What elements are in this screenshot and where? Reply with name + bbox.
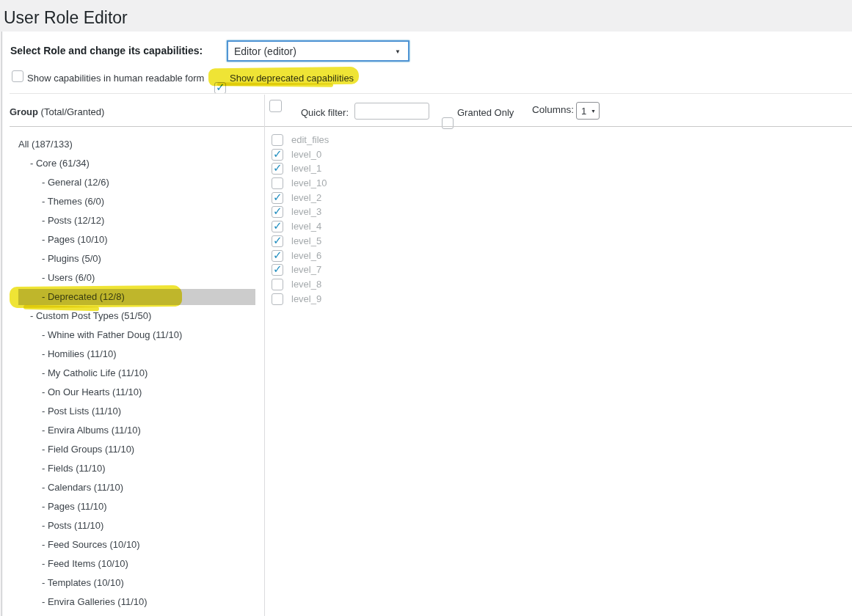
group-tree-item[interactable]: - Users (6/0) xyxy=(18,270,255,286)
capability-label: level_7 xyxy=(291,264,321,276)
capability-label: level_2 xyxy=(291,192,321,204)
granted-only-checkbox[interactable] xyxy=(442,117,454,129)
group-tree-item[interactable]: - Deprecated (12/8) xyxy=(18,289,255,305)
columns-select[interactable]: 1 ▼ xyxy=(576,102,600,120)
show-deprecated-checkbox[interactable] xyxy=(214,82,226,94)
capability-checkbox[interactable] xyxy=(272,192,283,204)
group-header-rest: (Total/Granted) xyxy=(38,106,104,117)
group-tree-item[interactable]: - Plugins (5/0) xyxy=(18,251,255,267)
group-tree-item[interactable]: - Custom Post Types (51/50) xyxy=(18,308,255,324)
capability-checkbox[interactable] xyxy=(272,177,283,189)
capabilities-list: edit_fileslevel_0level_1level_10level_2l… xyxy=(272,134,329,307)
capability-row: level_10 xyxy=(272,177,329,189)
capability-checkbox[interactable] xyxy=(272,264,283,276)
chevron-down-icon: ▼ xyxy=(591,109,596,114)
group-tree-item[interactable]: - General (12/6) xyxy=(18,175,255,191)
capability-label: level_5 xyxy=(291,235,321,247)
group-tree-item[interactable]: - Posts (11/10) xyxy=(18,518,255,534)
capability-row: level_7 xyxy=(272,264,329,276)
granted-only-label: Granted Only xyxy=(457,107,514,118)
capability-checkbox[interactable] xyxy=(272,163,283,175)
capability-label: level_3 xyxy=(291,206,321,218)
group-tree-item[interactable]: - Pages (10/10) xyxy=(18,232,255,248)
group-tree-item[interactable]: - Whine with Father Doug (11/10) xyxy=(18,327,255,343)
pane-divider xyxy=(264,95,265,616)
capability-checkbox[interactable] xyxy=(272,134,283,146)
quick-filter-input[interactable] xyxy=(354,103,429,120)
capability-row: level_3 xyxy=(272,206,329,218)
group-tree-item[interactable]: - Envira Galleries (11/10) xyxy=(18,594,255,610)
quick-filter-checkbox[interactable] xyxy=(269,100,282,112)
human-readable-label: Show capabilities in human readable form xyxy=(27,73,204,84)
role-select[interactable]: Editor (editor) ▼ xyxy=(227,40,409,62)
capability-label: level_6 xyxy=(291,250,321,262)
group-tree-item[interactable]: - Envira Albums (11/10) xyxy=(18,422,255,439)
capability-label: level_1 xyxy=(291,163,321,175)
group-tree-item[interactable]: All (187/133) xyxy=(18,136,255,153)
select-role-label: Select Role and change its capabilities: xyxy=(10,45,203,56)
capability-label: level_10 xyxy=(291,177,327,189)
capability-row: level_1 xyxy=(272,163,329,175)
content-header-divider xyxy=(10,126,852,127)
group-tree-item[interactable]: - Posts (12/12) xyxy=(18,213,255,229)
group-tree-item[interactable]: - Calendars (11/10) xyxy=(18,480,255,496)
group-tree-item[interactable]: - Feed Sources (10/10) xyxy=(18,537,255,553)
group-tree-item[interactable]: - Homilies (11/10) xyxy=(18,346,255,362)
columns-select-value: 1 xyxy=(581,106,586,117)
group-tree-item[interactable]: - My Catholic Life (11/10) xyxy=(18,365,255,381)
page-title: User Role Editor xyxy=(4,7,128,29)
capability-label: level_9 xyxy=(291,293,321,305)
capability-label: edit_files xyxy=(291,134,329,146)
capability-checkbox[interactable] xyxy=(272,250,283,262)
capability-checkbox[interactable] xyxy=(272,235,283,247)
group-tree-item[interactable]: - On Our Hearts (11/10) xyxy=(18,384,255,400)
capability-checkbox[interactable] xyxy=(272,149,283,161)
capability-row: level_5 xyxy=(272,235,329,247)
role-select-value: Editor (editor) xyxy=(234,45,296,57)
capability-checkbox[interactable] xyxy=(272,293,283,305)
capability-checkbox[interactable] xyxy=(272,206,283,218)
group-tree-item[interactable]: - Templates (10/10) xyxy=(18,575,255,591)
capability-row: level_4 xyxy=(272,221,329,232)
capability-row: level_0 xyxy=(272,149,329,161)
show-deprecated-label: Show deprecated capabilities xyxy=(230,73,354,84)
group-tree-item[interactable]: - Pages (11/10) xyxy=(18,499,255,515)
capability-row: level_8 xyxy=(272,279,329,290)
human-readable-checkbox[interactable] xyxy=(12,70,23,82)
group-tree-item[interactable]: - Fields (11/10) xyxy=(18,461,255,477)
columns-label: Columns: xyxy=(532,104,574,115)
quick-filter-label: Quick filter: xyxy=(301,107,349,118)
header-divider xyxy=(10,93,852,94)
capability-row: level_9 xyxy=(272,293,329,305)
capability-checkbox[interactable] xyxy=(272,221,283,232)
group-tree-item[interactable]: - Post Lists (11/10) xyxy=(18,403,255,419)
group-tree-item[interactable]: - Core (61/34) xyxy=(18,155,255,172)
capability-label: level_0 xyxy=(291,149,321,161)
chevron-down-icon: ▼ xyxy=(395,48,401,55)
capability-label: level_4 xyxy=(291,221,321,232)
group-header-bold: Group xyxy=(10,106,38,117)
capability-row: level_2 xyxy=(272,192,329,204)
group-tree-item[interactable]: - Themes (6/0) xyxy=(18,194,255,210)
capability-row: edit_files xyxy=(272,134,329,146)
group-tree-item[interactable]: - Feed Items (10/10) xyxy=(18,556,255,572)
capability-checkbox[interactable] xyxy=(272,279,283,290)
group-tree-item[interactable]: - Field Groups (11/10) xyxy=(18,441,255,458)
capability-label: level_8 xyxy=(291,279,321,290)
group-column-header: Group (Total/Granted) xyxy=(10,106,104,117)
capability-row: level_6 xyxy=(272,250,329,262)
